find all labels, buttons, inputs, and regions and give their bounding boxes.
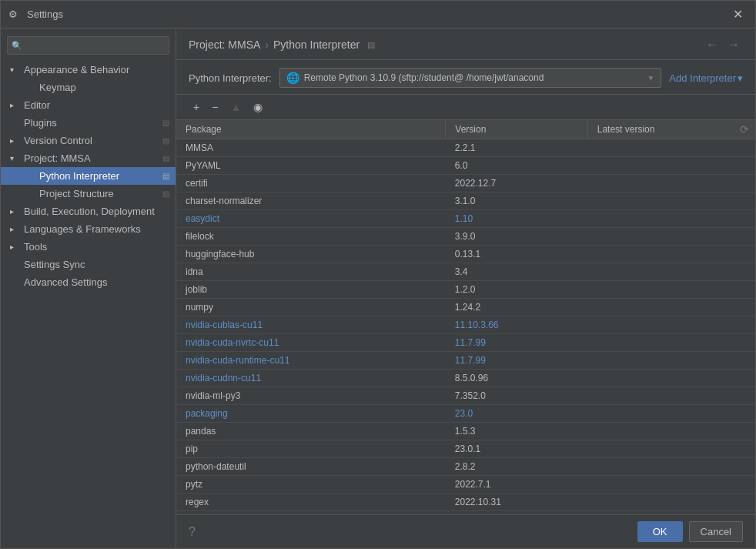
package-version: 3.1.0: [446, 192, 587, 210]
table-row: filelock3.9.0: [176, 228, 755, 246]
package-latest-version: [587, 352, 755, 370]
package-name: easydict: [176, 210, 446, 228]
table-row: nvidia-cublas-cu1111.10.3.66: [176, 316, 755, 334]
table-row: pandas1.5.3: [176, 423, 755, 440]
table-row: pip23.0.1: [176, 440, 755, 458]
close-button[interactable]: ✕: [728, 5, 748, 23]
remove-package-button[interactable]: −: [207, 99, 222, 115]
package-version: 11.7.99: [446, 334, 587, 352]
sidebar-item-settings-sync[interactable]: Settings Sync: [1, 256, 176, 273]
interpreter-label: Python Interpreter:: [189, 72, 272, 84]
table-row: huggingface-hub0.13.1: [176, 246, 755, 263]
package-latest-version: [587, 210, 755, 228]
package-latest-version: [587, 316, 755, 334]
interpreter-value: Remote Python 3.10.9 (sftp://student@ /h…: [304, 72, 643, 83]
package-name: nvidia-cuda-nvrtc-cu11: [176, 334, 446, 352]
nav-forward-button[interactable]: →: [724, 36, 743, 53]
nav-arrows: ← →: [703, 36, 743, 53]
package-latest-version: [587, 192, 755, 210]
title-bar: ⚙ Settings ✕: [1, 1, 755, 28]
sidebar-item-plugins[interactable]: Plugins ▤: [1, 114, 176, 132]
nav-back-button[interactable]: ←: [703, 36, 721, 53]
add-package-button[interactable]: +: [189, 99, 204, 115]
cancel-button[interactable]: Cancel: [689, 521, 743, 542]
panel-header: Project: MMSA › Python Interpreter ▤ ← →: [176, 28, 755, 60]
dialog-footer: ? OK Cancel: [176, 514, 755, 548]
package-name: nvidia-cudnn-cu11: [176, 370, 446, 387]
add-interpreter-button[interactable]: Add Interpreter ▾: [669, 72, 743, 84]
package-table-container: + − ▲ ◉ Package Version Latest version: [176, 95, 755, 514]
sidebar-item-appearance[interactable]: ▾ Appearance & Behavior: [1, 61, 176, 79]
table-row: certifi2022.12.7: [176, 175, 755, 192]
sidebar: 🔍 ▾ Appearance & Behavior Keymap ▸ Edito…: [1, 28, 176, 548]
package-latest-version: [587, 139, 755, 157]
package-latest-version: [587, 511, 755, 515]
table-row: packaging23.0: [176, 405, 755, 423]
package-latest-version: [587, 175, 755, 192]
package-version: 2.28.2: [446, 511, 587, 515]
package-name: charset-normalizer: [176, 192, 446, 210]
sidebar-item-project[interactable]: ▾ Project: MMSA ▤: [1, 149, 176, 167]
sidebar-item-python-interpreter[interactable]: Python Interpreter ▤: [1, 167, 176, 185]
sidebar-item-project-structure[interactable]: Project Structure ▤: [1, 185, 176, 203]
package-name: pytz: [176, 476, 446, 494]
package-table-body: MMSA2.2.1PyYAML6.0certifi2022.12.7charse…: [176, 139, 755, 515]
toggle-details-button[interactable]: ◉: [249, 99, 267, 115]
package-name: huggingface-hub: [176, 246, 446, 263]
help-button[interactable]: ?: [189, 525, 196, 539]
package-version: 7.352.0: [446, 387, 587, 405]
package-latest-version: [587, 440, 755, 458]
settings-dialog: ⚙ Settings ✕ 🔍 ▾ Appearance & Behavior K…: [0, 0, 756, 549]
project-icon: ▤: [162, 154, 169, 162]
package-version: 2.8.2: [446, 458, 587, 476]
table-row: joblib1.2.0: [176, 281, 755, 299]
package-version: 8.5.0.96: [446, 370, 587, 387]
package-version: 23.0.1: [446, 440, 587, 458]
loading-spinner: ⟳: [740, 123, 749, 136]
package-name: filelock: [176, 228, 446, 246]
title-bar-left: ⚙ Settings: [8, 8, 63, 21]
table-row: nvidia-ml-py37.352.0: [176, 387, 755, 405]
sidebar-item-label: Version Control: [24, 135, 92, 146]
table-row: numpy1.24.2: [176, 299, 755, 316]
package-name: nvidia-cuda-runtime-cu11: [176, 352, 446, 370]
search-input[interactable]: [7, 36, 169, 55]
sidebar-item-label: Project: MMSA: [24, 152, 91, 164]
breadcrumb-current: Python Interpreter: [273, 38, 360, 51]
sidebar-item-advanced-settings[interactable]: Advanced Settings: [1, 273, 176, 291]
main-content: 🔍 ▾ Appearance & Behavior Keymap ▸ Edito…: [1, 28, 755, 548]
sidebar-item-version-control[interactable]: ▸ Version Control ▤: [1, 132, 176, 149]
sidebar-item-label: Appearance & Behavior: [24, 64, 129, 75]
col-latest: Latest version ⟳: [587, 120, 755, 139]
package-latest-version: [587, 370, 755, 387]
table-row: idna3.4: [176, 263, 755, 281]
table-row: nvidia-cuda-nvrtc-cu1111.7.99: [176, 334, 755, 352]
add-interpreter-label: Add Interpreter: [669, 72, 736, 84]
add-interpreter-arrow-icon: ▾: [738, 72, 743, 84]
py-icon: ▤: [162, 172, 169, 180]
sidebar-item-languages[interactable]: ▸ Languages & Frameworks: [1, 220, 176, 238]
sidebar-item-editor[interactable]: ▸ Editor: [1, 96, 176, 114]
sidebar-item-label: Languages & Frameworks: [24, 223, 141, 235]
globe-icon: 🌐: [286, 72, 299, 84]
ok-button[interactable]: OK: [637, 521, 683, 542]
package-name: python-dateutil: [176, 458, 446, 476]
sidebar-item-tools[interactable]: ▸ Tools: [1, 238, 176, 256]
package-name: idna: [176, 263, 446, 281]
chevron-right-icon: ▸: [10, 101, 19, 109]
table-row: nvidia-cudnn-cu118.5.0.96: [176, 370, 755, 387]
sidebar-item-build[interactable]: ▸ Build, Execution, Deployment: [1, 203, 176, 220]
interpreter-selector[interactable]: 🌐 Remote Python 3.10.9 (sftp://student@ …: [279, 68, 662, 88]
table-row: pytz2022.7.1: [176, 476, 755, 494]
chevron-right-icon: ▸: [10, 243, 19, 251]
sidebar-item-label: Plugins: [24, 117, 57, 129]
upgrade-package-button[interactable]: ▲: [226, 99, 246, 115]
package-version: 2.2.1: [446, 139, 587, 157]
plugin-icon: ▤: [162, 119, 169, 127]
package-latest-version: [587, 405, 755, 423]
package-name: PyYAML: [176, 157, 446, 175]
expand-icon[interactable]: ▤: [367, 40, 375, 50]
package-version: 2022.7.1: [446, 476, 587, 494]
sidebar-item-keymap[interactable]: Keymap: [1, 79, 176, 96]
package-name: pandas: [176, 423, 446, 440]
